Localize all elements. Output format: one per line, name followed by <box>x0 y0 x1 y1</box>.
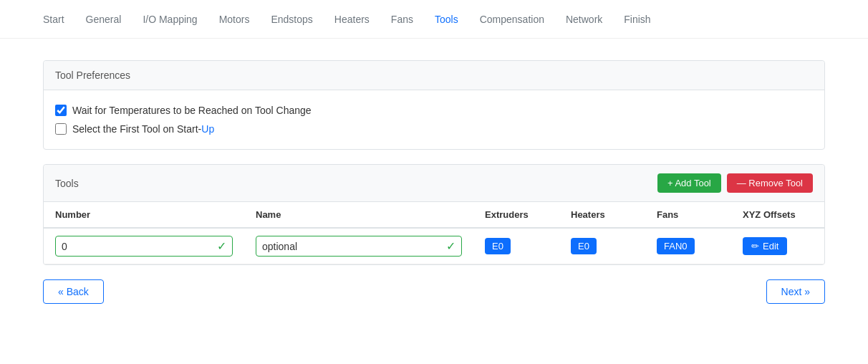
wait-temp-label: Wait for Temperatures to be Reached on T… <box>72 105 312 116</box>
tools-table-body: ✓ ✓ E0 E0 <box>44 228 824 264</box>
tools-card-title: Tools <box>55 178 79 189</box>
nav-compensation[interactable]: Compensation <box>480 11 544 28</box>
number-input[interactable] <box>62 241 214 252</box>
fan-badge[interactable]: FAN0 <box>657 238 695 254</box>
back-button[interactable]: « Back <box>43 279 104 304</box>
first-tool-label-blue: Up <box>201 123 214 135</box>
number-check-icon: ✓ <box>217 239 226 253</box>
wait-temp-checkbox[interactable] <box>55 105 67 116</box>
nav-general[interactable]: General <box>86 11 122 28</box>
extruder-badge[interactable]: E0 <box>485 238 511 254</box>
col-heaters: Heaters <box>559 202 645 228</box>
first-tool-label-before: Select the First Tool on Start- <box>72 123 201 135</box>
nav-tools[interactable]: Tools <box>435 11 458 28</box>
checkbox-row-2: Select the First Tool on Start-Up <box>55 123 813 135</box>
col-number: Number <box>44 202 244 228</box>
cell-number: ✓ <box>44 228 244 264</box>
nav-bar: Start General I/O Mapping Motors Endstop… <box>0 0 868 39</box>
add-tool-button[interactable]: + Add Tool <box>657 173 721 193</box>
nav-endstops[interactable]: Endstops <box>271 11 312 28</box>
next-button[interactable]: Next » <box>766 279 825 304</box>
tools-table-head: Number Name Extruders Heaters Fans XYZ O… <box>44 202 824 228</box>
tools-card: Tools + Add Tool — Remove Tool Number Na… <box>43 164 825 265</box>
remove-tool-button[interactable]: — Remove Tool <box>727 173 813 193</box>
edit-pencil-icon: ✏ <box>751 241 759 252</box>
tool-preferences-header: Tool Preferences <box>44 61 824 90</box>
name-input-wrapper: ✓ <box>256 236 462 257</box>
cell-heater: E0 <box>559 228 645 264</box>
heater-badge[interactable]: E0 <box>571 238 597 254</box>
table-row: ✓ ✓ E0 E0 <box>44 228 824 264</box>
col-name: Name <box>244 202 473 228</box>
main-content: Tool Preferences Wait for Temperatures t… <box>0 39 868 325</box>
name-input[interactable] <box>262 241 443 252</box>
cell-extruder: E0 <box>473 228 559 264</box>
nav-network[interactable]: Network <box>566 11 602 28</box>
col-fans: Fans <box>645 202 731 228</box>
first-tool-checkbox[interactable] <box>55 123 67 135</box>
name-check-icon: ✓ <box>446 239 455 253</box>
edit-label: Edit <box>763 241 778 252</box>
tools-table: Number Name Extruders Heaters Fans XYZ O… <box>44 202 824 264</box>
tool-preferences-body: Wait for Temperatures to be Reached on T… <box>44 90 824 149</box>
nav-heaters[interactable]: Heaters <box>334 11 370 28</box>
tools-btn-group: + Add Tool — Remove Tool <box>657 173 813 193</box>
cell-fan: FAN0 <box>645 228 731 264</box>
cell-name: ✓ <box>244 228 473 264</box>
nav-io-mapping[interactable]: I/O Mapping <box>143 11 197 28</box>
nav-finish[interactable]: Finish <box>624 11 650 28</box>
number-input-wrapper: ✓ <box>55 236 233 257</box>
nav-motors[interactable]: Motors <box>219 11 250 28</box>
tool-preferences-title: Tool Preferences <box>55 70 130 81</box>
nav-start[interactable]: Start <box>43 11 64 28</box>
cell-xyz: ✏ Edit <box>731 228 824 264</box>
tools-table-container: Number Name Extruders Heaters Fans XYZ O… <box>44 202 824 264</box>
checkbox-row-1: Wait for Temperatures to be Reached on T… <box>55 105 813 116</box>
col-xyz-offsets: XYZ Offsets <box>731 202 824 228</box>
nav-fans[interactable]: Fans <box>391 11 413 28</box>
nav-buttons: « Back Next » <box>43 279 825 304</box>
tools-table-header-row: Number Name Extruders Heaters Fans XYZ O… <box>44 202 824 228</box>
tools-card-header: Tools + Add Tool — Remove Tool <box>44 165 824 202</box>
tool-preferences-card: Tool Preferences Wait for Temperatures t… <box>43 60 825 150</box>
first-tool-label: Select the First Tool on Start-Up <box>72 123 214 135</box>
col-extruders: Extruders <box>473 202 559 228</box>
edit-button[interactable]: ✏ Edit <box>743 237 787 255</box>
